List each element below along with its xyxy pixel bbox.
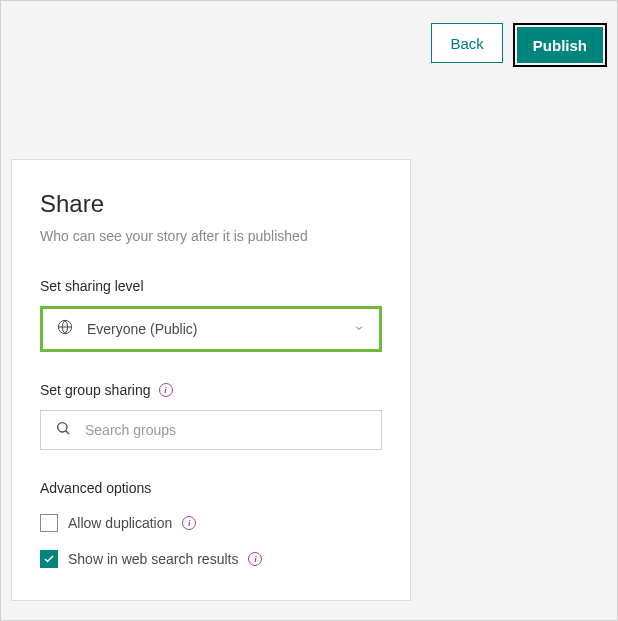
info-icon[interactable]: i [248, 552, 262, 566]
info-icon[interactable]: i [159, 383, 173, 397]
sharing-level-label: Set sharing level [40, 278, 382, 294]
svg-line-2 [66, 431, 69, 434]
globe-icon [57, 319, 73, 339]
panel-subtitle: Who can see your story after it is publi… [40, 228, 382, 244]
sharing-level-selected: Everyone (Public) [87, 321, 339, 337]
group-search-input[interactable] [85, 422, 367, 438]
allow-duplication-row: Allow duplication i [40, 514, 382, 532]
group-search-box[interactable] [40, 410, 382, 450]
allow-duplication-label: Allow duplication [68, 515, 172, 531]
show-in-search-label: Show in web search results [68, 551, 238, 567]
chevron-down-icon [353, 320, 365, 338]
publish-button[interactable]: Publish [517, 27, 603, 63]
group-sharing-label: Set group sharing i [40, 382, 382, 398]
search-icon [55, 420, 71, 440]
publish-highlight: Publish [513, 23, 607, 67]
info-icon[interactable]: i [182, 516, 196, 530]
svg-point-1 [58, 423, 67, 432]
sharing-level-dropdown[interactable]: Everyone (Public) [43, 309, 379, 349]
advanced-options-title: Advanced options [40, 480, 382, 496]
allow-duplication-checkbox[interactable] [40, 514, 58, 532]
sharing-level-highlight: Everyone (Public) [40, 306, 382, 352]
back-button[interactable]: Back [431, 23, 502, 63]
share-panel: Share Who can see your story after it is… [11, 159, 411, 601]
show-in-search-checkbox[interactable] [40, 550, 58, 568]
panel-title: Share [40, 190, 382, 218]
show-in-search-row: Show in web search results i [40, 550, 382, 568]
